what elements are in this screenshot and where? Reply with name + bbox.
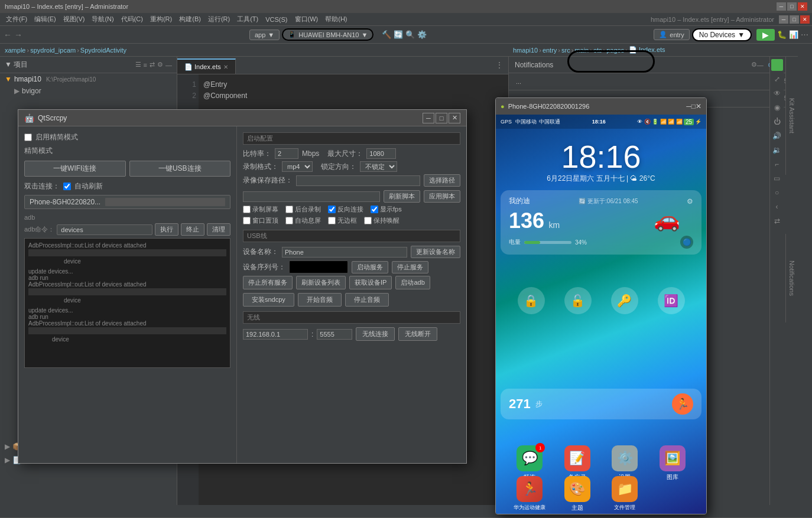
script-input[interactable] <box>243 191 380 202</box>
editor-menu-btn[interactable]: ⋮ <box>491 56 508 74</box>
refresh-list-btn[interactable]: 刷新设备列表 <box>296 276 346 289</box>
menu-help[interactable]: 帮助(H) <box>321 14 350 25</box>
rtb-eye[interactable]: 👁 <box>771 87 783 99</box>
stop-all-btn[interactable]: 停止所有服务 <box>243 276 293 289</box>
toolbar-back[interactable]: ← <box>4 30 12 40</box>
wifi-connect-btn[interactable]: 一键WIFI连接 <box>24 161 126 177</box>
app-icon-health[interactable]: 🏃 华为运动健康 <box>508 476 552 512</box>
rtb-left[interactable]: ‹ <box>771 201 783 213</box>
record-screen-check[interactable] <box>243 206 251 213</box>
win-maximize-2[interactable]: □ <box>790 15 799 24</box>
update-name-btn[interactable]: 更新设备名称 <box>411 246 460 258</box>
entry-selector[interactable]: 👤 entry <box>654 29 689 40</box>
breadcrumb-spydroid[interactable]: spydroid_ipcam <box>30 47 76 54</box>
win-minimize-2[interactable]: ─ <box>779 15 788 24</box>
adb-run-btn[interactable]: 执行 <box>155 223 178 236</box>
device-selector[interactable]: 📱 HUAWEI BMH-AN10 ▼ <box>282 28 373 41</box>
start-service-btn[interactable]: 启动服务 <box>352 261 388 273</box>
start-adb-btn[interactable]: 启动adb <box>395 276 430 289</box>
tree-item-bvigor[interactable]: ▶ bvigor <box>0 85 177 97</box>
tree-item-hmapi10[interactable]: ▼ hmapi10 K:\Project\hmapi10 <box>0 73 177 85</box>
lock-icon-4[interactable]: 🆔 <box>658 287 685 314</box>
bc2-pages[interactable]: pages <box>606 47 624 54</box>
bc2-entry[interactable]: entry <box>543 47 557 54</box>
notif-collapse[interactable]: — <box>757 61 764 69</box>
bc2-indexets[interactable]: 📄 Index.ets <box>629 46 665 54</box>
rtb-share[interactable]: ⇄ <box>771 215 783 227</box>
lock-icon-1[interactable]: 🔒 <box>518 287 545 314</box>
notif-settings[interactable]: ⚙ <box>751 61 757 69</box>
window-top-check[interactable] <box>243 217 251 224</box>
adb-cmd-input[interactable] <box>57 224 152 235</box>
lockdir-select[interactable]: 不锁定 <box>360 161 397 172</box>
show-fps-check[interactable] <box>371 206 378 213</box>
stop-service-btn[interactable]: 停止服务 <box>392 261 428 273</box>
menu-view[interactable]: 视图(V) <box>60 14 89 25</box>
project-close[interactable]: — <box>165 61 172 69</box>
dialog-close[interactable]: ✕ <box>449 113 460 123</box>
savepath-input[interactable] <box>296 175 420 186</box>
menu-window[interactable]: 窗口(W) <box>291 14 322 25</box>
menu-vcs[interactable]: VCS(S) <box>262 15 291 24</box>
format-select[interactable]: mp4 <box>282 161 313 172</box>
menu-edit[interactable]: 编辑(E) <box>31 14 60 25</box>
bc2-main[interactable]: main <box>574 47 589 54</box>
bc2-src[interactable]: src <box>561 47 570 54</box>
menu-build[interactable]: 构建(B) <box>176 14 204 25</box>
get-ip-btn[interactable]: 获取设备IP <box>349 276 392 289</box>
rtb-vol-up[interactable]: 🔊 <box>771 130 783 142</box>
toolbar-more[interactable]: ⋯ <box>801 30 808 39</box>
refresh-script-btn[interactable]: 刷新脚本 <box>384 190 420 203</box>
dialog-minimize[interactable]: ─ <box>423 113 434 123</box>
lock-icon-3[interactable]: 🔑 <box>611 287 638 314</box>
breadcrumb-activity[interactable]: SpydroidActivity <box>80 47 126 54</box>
bc2-hmapi10[interactable]: hmapi10 <box>513 47 538 54</box>
device-name-field[interactable]: Phone-8GH0220820... <box>24 195 230 209</box>
toolbar-sync[interactable]: 🔄 <box>394 30 403 39</box>
app-selector[interactable]: app ▼ <box>249 30 280 40</box>
wireless-ip-input[interactable] <box>243 329 308 340</box>
start-audio-btn[interactable]: 开始音频 <box>298 293 342 307</box>
toolbar-search[interactable]: 🔍 <box>405 30 415 39</box>
adb-clear-btn[interactable]: 清理 <box>207 223 230 236</box>
stop-audio-btn[interactable]: 停止音频 <box>345 293 389 307</box>
rtb-corner[interactable]: ⌐ <box>771 158 783 170</box>
menu-file[interactable]: 文件(F) <box>2 14 31 25</box>
choose-path-btn[interactable]: 选择路径 <box>424 174 460 187</box>
toolbar-debug[interactable]: 🐛 <box>777 30 787 39</box>
reverse-connect-check[interactable] <box>328 206 336 213</box>
project-btn-1[interactable]: ☰ <box>135 61 141 69</box>
run-button[interactable]: ▶ <box>756 29 775 41</box>
menu-code[interactable]: 代码(C) <box>118 14 147 25</box>
wireless-port-input[interactable] <box>317 329 352 340</box>
rtb-rect[interactable]: ▭ <box>771 172 783 184</box>
auto-refresh-check[interactable] <box>63 183 71 190</box>
rtb-green[interactable] <box>771 59 783 71</box>
close-btn[interactable]: ✕ <box>798 2 807 11</box>
wireless-disconnect-btn[interactable]: 无线断开 <box>398 327 437 341</box>
breadcrumb-xample[interactable]: xample <box>5 47 25 54</box>
rtb-eye2[interactable]: ◉ <box>771 102 783 113</box>
toolbar-settings[interactable]: ⚙️ <box>417 30 427 39</box>
editor-tab-index[interactable]: 📄 Index.ets ✕ <box>177 58 236 74</box>
max-size-input[interactable] <box>366 148 396 159</box>
no-devices-container[interactable]: No Devices ▼ <box>692 28 752 41</box>
menu-nav[interactable]: 导航(N) <box>88 14 117 25</box>
rtb-vol-dn[interactable]: 🔉 <box>771 144 783 156</box>
install-sndcpy-btn[interactable]: 安装sndcpy <box>243 293 294 307</box>
dialog-maximize[interactable]: □ <box>436 113 447 123</box>
adb-stop-btn[interactable]: 终止 <box>181 223 204 236</box>
rtb-expand[interactable]: ⤢ <box>771 73 783 85</box>
bc2-ets[interactable]: ets <box>593 47 602 54</box>
phone-close[interactable]: ✕ <box>696 102 701 110</box>
maximize-btn[interactable]: □ <box>787 2 797 11</box>
car-settings-icon[interactable]: ⚙ <box>687 197 693 206</box>
phone-minimize[interactable]: ─ <box>686 102 691 110</box>
rtb-power[interactable]: ⏻ <box>771 116 783 128</box>
wireless-connect-btn[interactable]: 无线连接 <box>356 327 395 341</box>
apply-script-btn[interactable]: 应用脚本 <box>424 190 460 203</box>
device-name-input[interactable] <box>282 247 407 258</box>
project-btn-3[interactable]: ⇄ <box>150 61 155 69</box>
app-icon-theme[interactable]: 🎨 主题 <box>556 476 600 512</box>
menu-tools[interactable]: 工具(T) <box>233 14 262 25</box>
